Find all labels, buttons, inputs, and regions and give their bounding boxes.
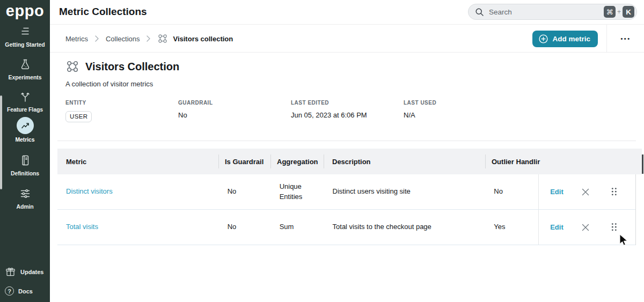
breadcrumb-current-label: Visitors collection: [173, 35, 233, 43]
table-row: Distinct visitors No Unique Entities Dis…: [57, 174, 635, 210]
sidebar-item-label: Feature Flags: [0, 106, 50, 113]
sidebar-item-getting-started[interactable]: Getting Started: [0, 25, 50, 48]
drag-handle-icon[interactable]: [611, 187, 617, 196]
cell-aggregation: Unique Entities: [271, 182, 324, 202]
cell-description: Distinct users visiting site: [324, 187, 486, 197]
search-icon: [475, 8, 484, 17]
edit-button[interactable]: Edit: [550, 188, 564, 196]
breadcrumb-metrics[interactable]: Metrics: [65, 35, 88, 43]
cell-outlier-handling: Yes: [485, 222, 538, 232]
row-actions: Edit: [538, 210, 635, 245]
sidebar-item-label: Getting Started: [0, 41, 50, 48]
meta-value: Jun 05, 2023 at 6:06 PM: [291, 111, 367, 119]
breadcrumb: Metrics Collections Visitors collection: [65, 25, 233, 53]
list-icon: [0, 25, 50, 39]
remove-icon[interactable]: [582, 188, 589, 196]
branch-icon: [0, 90, 50, 104]
metric-link[interactable]: Total visits: [66, 223, 98, 231]
sidebar-item-label: Docs: [18, 288, 33, 294]
drag-handle-icon[interactable]: [611, 223, 617, 232]
flask-icon: [0, 57, 50, 71]
column-header-metric: Metric: [57, 158, 219, 166]
scrollbar-thumb[interactable]: [642, 154, 643, 174]
line-chart-icon: [17, 117, 34, 134]
meta-value: N/A: [404, 111, 436, 119]
sidebar-item-feature-flags[interactable]: Feature Flags: [0, 90, 50, 113]
top-bar: Metric Collections ⌘ + K: [50, 0, 644, 25]
collection-icon: [157, 33, 168, 44]
remove-icon[interactable]: [582, 224, 589, 231]
plus-circle-icon: [538, 34, 548, 44]
meta-label: LAST USED: [404, 100, 436, 106]
meta-value: No: [178, 111, 213, 119]
sidebar-item-label: Experiments: [0, 74, 50, 80]
sidebar-item-metrics[interactable]: Metrics: [0, 117, 50, 143]
row-actions: Edit: [538, 174, 635, 209]
search-box[interactable]: ⌘ + K: [468, 4, 637, 20]
meta-label: LAST EDITED: [291, 100, 367, 106]
column-header-aggregation: Aggregation: [271, 158, 324, 166]
meta-guardrail: GUARDRAIL No: [178, 100, 213, 119]
section-divider: [57, 141, 636, 141]
collection-title: Visitors Collection: [85, 61, 179, 73]
sidebar: eppo Getting Started Experiments Feature…: [0, 0, 50, 302]
table-body: Distinct visitors No Unique Entities Dis…: [57, 174, 636, 245]
meta-label: GUARDRAIL: [178, 100, 213, 106]
meta-label: ENTITY: [65, 100, 92, 106]
sidebar-item-docs[interactable]: ? Docs: [5, 286, 33, 296]
sidebar-item-updates[interactable]: Updates: [5, 266, 43, 277]
table-header: Metric Is Guardrail Aggregation Descript…: [57, 149, 642, 174]
search-input[interactable]: [489, 8, 604, 16]
sidebar-item-label: Metrics: [0, 136, 50, 143]
k-key: K: [623, 6, 634, 18]
collection-icon: [65, 60, 79, 73]
cell-aggregation: Sum: [271, 222, 324, 232]
chevron-right-icon: [95, 35, 99, 42]
sidebar-item-label: Definitions: [0, 170, 50, 176]
chevron-right-icon: [147, 35, 150, 42]
collection-header: Visitors Collection: [65, 60, 179, 73]
metric-link[interactable]: Distinct visitors: [66, 187, 113, 195]
entity-badge: USER: [65, 111, 92, 122]
gift-icon: [5, 266, 16, 277]
breadcrumb-bar: Metrics Collections Visitors collection …: [50, 25, 644, 53]
cell-outlier-handling: No: [485, 187, 538, 197]
sidebar-item-experiments[interactable]: Experiments: [0, 57, 50, 80]
more-options-button[interactable]: •••: [617, 25, 635, 53]
add-metric-label: Add metric: [552, 35, 590, 43]
cell-is-guardrail: No: [219, 222, 271, 232]
page-title: Metric Collections: [59, 6, 147, 18]
breadcrumb-current: Visitors collection: [157, 33, 233, 44]
column-header-outlier-handling: Outlier Handlir: [486, 158, 642, 166]
meta-last-edited: LAST EDITED Jun 05, 2023 at 6:06 PM: [291, 100, 367, 119]
column-header-is-guardrail: Is Guardrail: [219, 158, 271, 166]
vertical-divider: [606, 25, 607, 53]
shortcut-plus: +: [617, 8, 621, 16]
breadcrumb-collections[interactable]: Collections: [106, 35, 140, 43]
sliders-icon: [0, 187, 50, 201]
table-row: Total visits No Sum Total visits to the …: [57, 210, 635, 245]
sidebar-item-label: Updates: [20, 269, 43, 275]
edit-button[interactable]: Edit: [550, 223, 564, 231]
meta-last-used: LAST USED N/A: [404, 100, 436, 119]
sidebar-item-label: Admin: [0, 203, 50, 210]
cmd-key: ⌘: [604, 6, 616, 18]
cell-is-guardrail: No: [219, 187, 271, 197]
sidebar-item-definitions[interactable]: Definitions: [0, 153, 50, 176]
cell-description: Total visits to the checkout page: [324, 222, 486, 232]
app-logo[interactable]: eppo: [0, 2, 50, 20]
column-header-description: Description: [324, 158, 486, 166]
add-metric-button[interactable]: Add metric: [532, 31, 598, 47]
meta-entity: ENTITY USER: [65, 100, 92, 122]
collection-subtitle: A collection of visitor metrics: [65, 80, 153, 88]
sidebar-item-admin[interactable]: Admin: [0, 187, 50, 210]
question-icon: ?: [5, 286, 14, 296]
book-icon: [0, 153, 50, 167]
